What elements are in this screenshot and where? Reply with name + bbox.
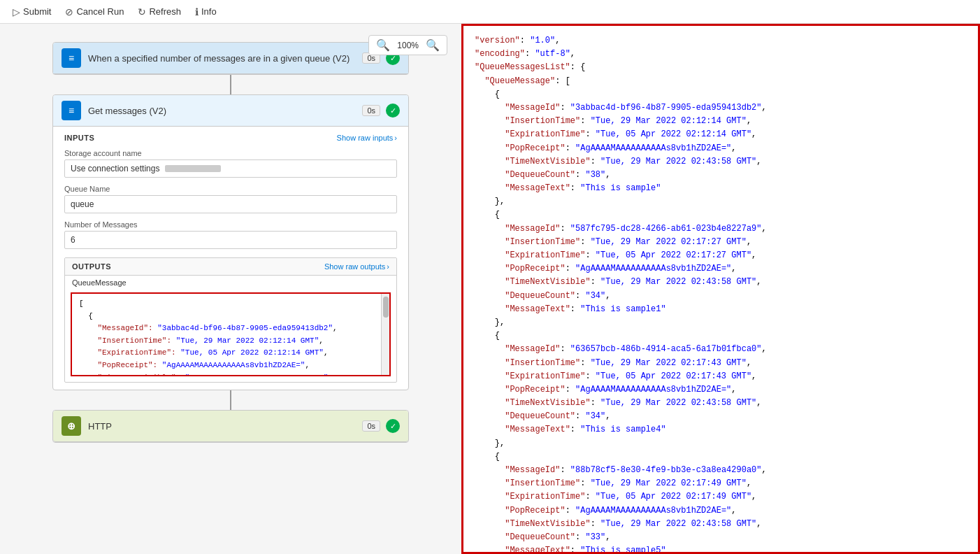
get-messages-icon: ≡ <box>62 101 81 120</box>
zoom-out-button[interactable]: 🔍 <box>375 38 391 52</box>
queue-message-header: QueueMessage <box>65 276 396 290</box>
json-preview-line: "InsertionTime": "Tue, 29 Mar 2022 02:12… <box>79 335 373 348</box>
outputs-header: OUTPUTS Show raw outputs › <box>65 258 396 276</box>
json-msg3-timenext: "TimeNextVisible": "Tue, 29 Mar 2022 02:… <box>475 397 967 410</box>
refresh-button[interactable]: ↻ Refresh <box>131 0 188 23</box>
json-msg3-text: "MessageText": "This is sample4" <box>475 423 967 436</box>
json-msg3-popreceipt: "PopReceipt": "AgAAAAMAAAAAAAAAAs8vb1hZD… <box>475 383 967 397</box>
queue-message-content[interactable]: [ { "MessageId": "3abbac4d-bf96-4b87-990… <box>71 292 391 376</box>
json-line: { <box>475 329 967 343</box>
json-msg4-dequeue: "DequeueCount": "33", <box>475 531 967 544</box>
json-preview-line: [ <box>79 298 373 311</box>
trigger-header: ≡ When a specified number of messages ar… <box>53 43 408 74</box>
json-msg2-popreceipt: "PopReceipt": "AgAAAAMAAAAAAAAAAs8vb1hZD… <box>475 262 967 276</box>
http-badge: 0s <box>362 420 380 432</box>
queue-name-value: queue <box>64 195 397 213</box>
storage-account-field: Storage account name Use connection sett… <box>64 149 397 178</box>
http-card[interactable]: ⊕ HTTP 0s ✓ <box>52 410 409 443</box>
json-line: { <box>475 88 967 101</box>
zoom-level: 100% <box>394 41 421 50</box>
trigger-title: When a specified number of messages are … <box>88 53 362 64</box>
cancel-icon: ⊘ <box>65 6 73 17</box>
show-raw-inputs-link[interactable]: Show raw inputs › <box>337 134 397 142</box>
json-msg1-dequeue: "DequeueCount": "38", <box>475 169 967 182</box>
json-msg1-id: "MessageId": "3abbac4d-bf96-4b87-9905-ed… <box>475 101 967 115</box>
num-messages-value: 6 <box>64 231 397 249</box>
json-msg2-text: "MessageText": "This is sample1" <box>475 303 967 316</box>
json-msg2-insertion: "InsertionTime": "Tue, 29 Mar 2022 02:17… <box>475 236 967 249</box>
connector-1 <box>230 75 231 94</box>
get-messages-header: ≡ Get messages (V2) 0s ✓ <box>53 95 408 127</box>
json-msg2-dequeue: "DequeueCount": "34", <box>475 290 967 303</box>
inputs-section-header: INPUTS Show raw inputs › <box>64 134 397 142</box>
get-messages-title: Get messages (V2) <box>88 106 362 116</box>
http-title: HTTP <box>88 421 362 432</box>
scroll-bar[interactable] <box>381 294 389 375</box>
refresh-icon: ↻ <box>138 6 146 17</box>
main-content: 🔍 100% 🔍 ≡ When a specified number of me… <box>0 24 980 554</box>
left-panel: 🔍 100% 🔍 ≡ When a specified number of me… <box>0 24 461 554</box>
toolbar: ▷ Submit ⊘ Cancel Run ↻ Refresh ℹ Info <box>0 0 980 24</box>
outputs-section: OUTPUTS Show raw outputs › QueueMessage … <box>64 257 397 383</box>
get-messages-body: INPUTS Show raw inputs › Storage account… <box>53 127 408 390</box>
trigger-icon: ≡ <box>62 48 81 68</box>
json-msg1-expiration: "ExpirationTime": "Tue, 05 Apr 2022 02:1… <box>475 128 967 141</box>
json-msg4-expiration: "ExpirationTime": "Tue, 05 Apr 2022 02:1… <box>475 490 967 504</box>
submit-button[interactable]: ▷ Submit <box>6 0 58 23</box>
json-msg1-timenext: "TimeNextVisible": "Tue, 29 Mar 2022 02:… <box>475 155 967 169</box>
json-msg4-popreceipt: "PopReceipt": "AgAAAAMAAAAAAAAAAs8vb1hZD… <box>475 504 967 518</box>
json-msg2-expiration: "ExpirationTime": "Tue, 05 Apr 2022 02:1… <box>475 249 967 262</box>
cancel-run-button[interactable]: ⊘ Cancel Run <box>58 0 131 23</box>
json-root-key: "QueueMessagesList": { <box>475 61 967 74</box>
refresh-label: Refresh <box>149 6 181 17</box>
json-queue-message-key: "QueueMessage": [ <box>475 75 967 88</box>
scroll-thumb <box>383 297 389 318</box>
json-msg3-expiration: "ExpirationTime": "Tue, 05 Apr 2022 02:1… <box>475 370 967 383</box>
json-msg2-id: "MessageId": "587fc795-dc28-4266-ab61-02… <box>475 222 967 236</box>
inputs-label: INPUTS <box>64 134 94 142</box>
flow-container: ≡ When a specified number of messages ar… <box>14 35 447 443</box>
cancel-run-label: Cancel Run <box>76 6 124 17</box>
json-msg4-timenext: "TimeNextVisible": "Tue, 29 Mar 2022 02:… <box>475 518 967 531</box>
json-line: }, <box>475 195 967 208</box>
json-msg3-id: "MessageId": "63657bcb-486b-4914-aca5-6a… <box>475 343 967 356</box>
info-icon: ℹ <box>195 6 199 17</box>
json-preview-line: "TimeNextVisible": "Tue, 29 Mar 2022 02:… <box>79 372 373 376</box>
queue-name-field: Queue Name queue <box>64 185 397 213</box>
submit-icon: ▷ <box>13 6 20 17</box>
http-header: ⊕ HTTP 0s ✓ <box>53 411 408 442</box>
json-msg4-insertion: "InsertionTime": "Tue, 29 Mar 2022 02:17… <box>475 477 967 490</box>
json-line: }, <box>475 316 967 329</box>
json-msg1-popreceipt: "PopReceipt": "AgAAAAMAAAAAAAAAAs8vb1hZD… <box>475 142 967 155</box>
num-messages-field: Number of Messages 6 <box>64 220 397 249</box>
json-msg1-insertion: "InsertionTime": "Tue, 29 Mar 2022 02:12… <box>475 115 967 128</box>
json-preview-line: { <box>79 311 373 323</box>
json-line: { <box>475 208 967 222</box>
right-panel[interactable]: "version": "1.0", "encoding": "utf-8", "… <box>461 24 980 554</box>
json-version: "version": "1.0", <box>475 34 967 48</box>
get-messages-card[interactable]: ≡ Get messages (V2) 0s ✓ INPUTS Show raw… <box>52 94 409 390</box>
queue-name-label: Queue Name <box>64 185 397 193</box>
zoom-in-button[interactable]: 🔍 <box>424 38 441 52</box>
json-msg4-text: "MessageText": "This is sample5" <box>475 544 967 554</box>
trigger-card[interactable]: ≡ When a specified number of messages ar… <box>52 42 409 75</box>
json-line: }, <box>475 437 967 450</box>
json-preview-line: "ExpirationTime": "Tue, 05 Apr 2022 02:1… <box>79 347 373 360</box>
outputs-label: OUTPUTS <box>72 262 111 271</box>
storage-blurred <box>165 165 221 172</box>
json-msg4-id: "MessageId": "88b78cf5-8e30-4fe9-bb3e-c3… <box>475 464 967 477</box>
storage-account-value: Use connection settings <box>64 159 397 178</box>
json-preview-line: "PopReceipt": "AgAAAAMAAAAAAAAAAs8vb1hZD… <box>79 360 373 372</box>
info-button[interactable]: ℹ Info <box>188 0 224 23</box>
json-msg2-timenext: "TimeNextVisible": "Tue, 29 Mar 2022 02:… <box>475 276 967 289</box>
show-raw-outputs-link[interactable]: Show raw outputs › <box>324 262 389 271</box>
info-label: Info <box>201 6 217 17</box>
get-messages-success: ✓ <box>386 104 400 118</box>
json-line: { <box>475 450 967 464</box>
json-msg3-insertion: "InsertionTime": "Tue, 29 Mar 2022 02:17… <box>475 357 967 370</box>
connector-2 <box>230 390 231 410</box>
storage-account-label: Storage account name <box>64 149 397 157</box>
json-preview-line: "MessageId": "3abbac4d-bf96-4b87-9905-ed… <box>79 322 373 335</box>
zoom-controls: 🔍 100% 🔍 <box>368 35 447 55</box>
get-messages-badge: 0s <box>362 105 380 116</box>
